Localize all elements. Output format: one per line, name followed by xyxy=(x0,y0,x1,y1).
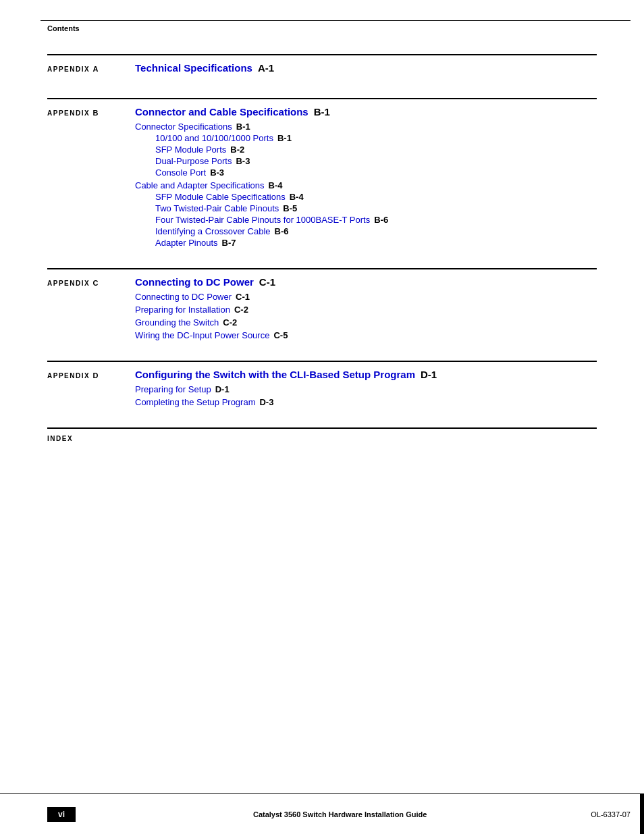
page-header: Contents xyxy=(47,24,80,32)
entry-l1-grounding-the-switch[interactable]: Grounding the SwitchC-2 xyxy=(135,317,597,328)
top-border xyxy=(41,20,630,21)
entry-l1-completing-the-setup-program[interactable]: Completing the Setup ProgramD-3 xyxy=(135,397,597,407)
index-section: INDEX xyxy=(47,427,597,443)
entry-l1-preparing-for-setup[interactable]: Preparing for SetupD-1 xyxy=(135,384,597,394)
main-content: APPENDIX ATechnical SpecificationsA-1APP… xyxy=(0,54,644,780)
footer-page-number: vi xyxy=(47,807,76,822)
entry-l2-10/100-and-10/100/1000-ports[interactable]: 10/100 and 10/100/1000 PortsB-1 xyxy=(155,133,597,143)
entry-l1-connector-specifications[interactable]: Connector SpecificationsB-1 xyxy=(135,122,597,132)
entry-l1-wiring-the-dc-input-power-source[interactable]: Wiring the DC-Input Power SourceC-5 xyxy=(135,330,597,340)
entry-l2-sfp-module-ports[interactable]: SFP Module PortsB-2 xyxy=(155,145,597,155)
appendix-section-B: APPENDIX BConnector and Cable Specificat… xyxy=(47,98,597,248)
appendix-section-D: APPENDIX DConfiguring the Switch with th… xyxy=(47,361,597,407)
footer: vi Catalyst 3560 Switch Hardware Install… xyxy=(0,793,644,834)
entry-l1-cable-and-adapter-specifications[interactable]: Cable and Adapter SpecificationsB-4 xyxy=(135,180,597,190)
entry-l2-console-port[interactable]: Console PortB-3 xyxy=(155,167,597,178)
entry-l2-four-twisted-pair-cable-pinouts-for-1000base-t-ports[interactable]: Four Twisted-Pair Cable Pinouts for 1000… xyxy=(155,215,597,225)
appendix-title-A[interactable]: Technical SpecificationsA-1 xyxy=(135,62,597,74)
appendix-label-B: APPENDIX B xyxy=(47,106,135,248)
appendix-content-B: Connector and Cable SpecificationsB-1Con… xyxy=(135,106,597,248)
appendix-section-C: APPENDIX CConnecting to DC PowerC-1Conne… xyxy=(47,268,597,340)
entry-l1-preparing-for-installation[interactable]: Preparing for InstallationC-2 xyxy=(135,305,597,315)
appendix-label-D: APPENDIX D xyxy=(47,369,135,407)
appendix-title-B[interactable]: Connector and Cable SpecificationsB-1 xyxy=(135,106,597,118)
appendix-title-D[interactable]: Configuring the Switch with the CLI-Base… xyxy=(135,369,597,380)
footer-right-bar xyxy=(640,794,644,834)
entry-l2-two-twisted-pair-cable-pinouts[interactable]: Two Twisted-Pair Cable PinoutsB-5 xyxy=(155,203,597,213)
appendix-label-C: APPENDIX C xyxy=(47,276,135,340)
footer-doc-number: OL-6337-07 xyxy=(591,810,630,818)
entry-l2-adapter-pinouts[interactable]: Adapter PinoutsB-7 xyxy=(155,238,597,248)
appendix-container: APPENDIX ATechnical SpecificationsA-1APP… xyxy=(47,54,597,407)
entry-l2-identifying-a-crossover-cable[interactable]: Identifying a Crossover CableB-6 xyxy=(155,226,597,236)
appendix-content-C: Connecting to DC PowerC-1Connecting to D… xyxy=(135,276,597,340)
index-label: INDEX xyxy=(47,435,73,442)
appendix-content-A: Technical SpecificationsA-1 xyxy=(135,62,597,78)
appendix-title-C[interactable]: Connecting to DC PowerC-1 xyxy=(135,276,597,288)
appendix-content-D: Configuring the Switch with the CLI-Base… xyxy=(135,369,597,407)
entry-l2-sfp-module-cable-specifications[interactable]: SFP Module Cable SpecificationsB-4 xyxy=(155,192,597,202)
footer-title: Catalyst 3560 Switch Hardware Installati… xyxy=(89,810,591,818)
appendix-label-A: APPENDIX A xyxy=(47,62,135,78)
entry-l1-connecting-to-dc-power[interactable]: Connecting to DC PowerC-1 xyxy=(135,292,597,302)
header-label: Contents xyxy=(47,24,80,32)
entry-l2-dual-purpose-ports[interactable]: Dual-Purpose PortsB-3 xyxy=(155,156,597,166)
appendix-section-A: APPENDIX ATechnical SpecificationsA-1 xyxy=(47,54,597,78)
